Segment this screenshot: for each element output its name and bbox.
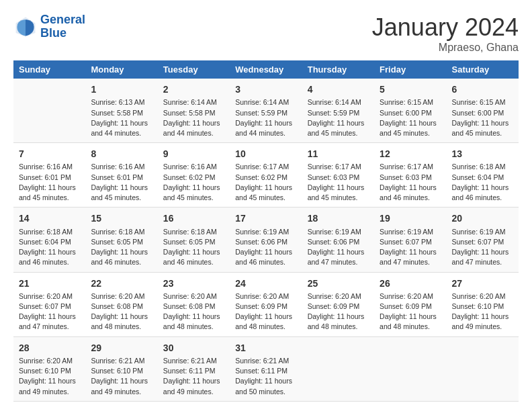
day-number: 19 (380, 212, 441, 225)
day-info: Sunrise: 6:17 AM Sunset: 6:03 PM Dayligh… (380, 162, 441, 203)
day-number: 13 (452, 147, 513, 161)
page-header: General Blue January 2024 Mpraeso, Ghana (13, 13, 519, 54)
day-number: 30 (163, 341, 224, 355)
day-number: 14 (19, 212, 80, 225)
day-info: Sunrise: 6:20 AM Sunset: 6:09 PM Dayligh… (308, 291, 369, 332)
logo: General Blue (13, 13, 85, 40)
day-info: Sunrise: 6:17 AM Sunset: 6:03 PM Dayligh… (308, 162, 369, 203)
weekday-header-tuesday: Tuesday (158, 60, 230, 79)
day-info: Sunrise: 6:20 AM Sunset: 6:08 PM Dayligh… (163, 291, 224, 332)
day-info: Sunrise: 6:19 AM Sunset: 6:06 PM Dayligh… (235, 227, 296, 268)
logo-icon (13, 15, 38, 39)
weekday-header-thursday: Thursday (302, 60, 374, 79)
calendar-cell: 16Sunrise: 6:18 AM Sunset: 6:05 PM Dayli… (158, 208, 230, 272)
day-info: Sunrise: 6:21 AM Sunset: 6:11 PM Dayligh… (163, 356, 224, 397)
calendar-cell (302, 336, 374, 401)
day-number: 15 (91, 212, 152, 225)
calendar-cell: 17Sunrise: 6:19 AM Sunset: 6:06 PM Dayli… (230, 208, 302, 272)
day-number: 6 (452, 83, 513, 96)
day-info: Sunrise: 6:18 AM Sunset: 6:05 PM Dayligh… (91, 227, 152, 268)
day-info: Sunrise: 6:20 AM Sunset: 6:09 PM Dayligh… (380, 291, 441, 332)
calendar-cell (13, 79, 85, 143)
day-info: Sunrise: 6:21 AM Sunset: 6:11 PM Dayligh… (235, 356, 296, 397)
month-title: January 2024 (372, 13, 519, 42)
day-number: 28 (19, 341, 80, 355)
calendar-cell: 8Sunrise: 6:16 AM Sunset: 6:01 PM Daylig… (85, 143, 157, 208)
day-info: Sunrise: 6:20 AM Sunset: 6:10 PM Dayligh… (452, 291, 513, 332)
day-number: 7 (19, 147, 80, 161)
calendar-cell: 14Sunrise: 6:18 AM Sunset: 6:04 PM Dayli… (13, 208, 85, 272)
weekday-header-monday: Monday (85, 60, 157, 79)
title-area: January 2024 Mpraeso, Ghana (372, 13, 519, 54)
day-number: 17 (235, 212, 296, 225)
week-row-1: 1Sunrise: 6:13 AM Sunset: 5:58 PM Daylig… (13, 79, 519, 143)
day-info: Sunrise: 6:20 AM Sunset: 6:10 PM Dayligh… (19, 356, 80, 397)
calendar-cell: 19Sunrise: 6:19 AM Sunset: 6:07 PM Dayli… (374, 208, 446, 272)
logo-blue-text: Blue (40, 26, 66, 40)
day-info: Sunrise: 6:20 AM Sunset: 6:08 PM Dayligh… (91, 291, 152, 332)
day-info: Sunrise: 6:18 AM Sunset: 6:04 PM Dayligh… (452, 162, 513, 203)
week-row-3: 14Sunrise: 6:18 AM Sunset: 6:04 PM Dayli… (13, 208, 519, 272)
day-info: Sunrise: 6:18 AM Sunset: 6:04 PM Dayligh… (19, 227, 80, 268)
day-number: 31 (235, 341, 296, 355)
calendar-cell: 9Sunrise: 6:16 AM Sunset: 6:02 PM Daylig… (158, 143, 230, 208)
calendar-cell: 18Sunrise: 6:19 AM Sunset: 6:06 PM Dayli… (302, 208, 374, 272)
day-info: Sunrise: 6:16 AM Sunset: 6:02 PM Dayligh… (163, 162, 224, 203)
calendar-cell: 21Sunrise: 6:20 AM Sunset: 6:07 PM Dayli… (13, 272, 85, 336)
calendar-cell: 11Sunrise: 6:17 AM Sunset: 6:03 PM Dayli… (302, 143, 374, 208)
day-info: Sunrise: 6:14 AM Sunset: 5:58 PM Dayligh… (163, 97, 224, 138)
calendar-cell: 29Sunrise: 6:21 AM Sunset: 6:10 PM Dayli… (85, 336, 157, 401)
calendar-cell: 12Sunrise: 6:17 AM Sunset: 6:03 PM Dayli… (374, 143, 446, 208)
day-info: Sunrise: 6:16 AM Sunset: 6:01 PM Dayligh… (91, 162, 152, 203)
day-number: 12 (380, 147, 441, 161)
logo-text: General Blue (40, 13, 85, 40)
day-number: 9 (163, 147, 224, 161)
day-number: 29 (91, 341, 152, 355)
day-info: Sunrise: 6:20 AM Sunset: 6:09 PM Dayligh… (235, 291, 296, 332)
calendar-cell: 2Sunrise: 6:14 AM Sunset: 5:58 PM Daylig… (158, 79, 230, 143)
calendar-cell: 28Sunrise: 6:20 AM Sunset: 6:10 PM Dayli… (13, 336, 85, 401)
calendar-cell: 23Sunrise: 6:20 AM Sunset: 6:08 PM Dayli… (158, 272, 230, 336)
calendar-cell: 13Sunrise: 6:18 AM Sunset: 6:04 PM Dayli… (447, 143, 519, 208)
day-number: 11 (308, 147, 369, 161)
calendar-cell: 15Sunrise: 6:18 AM Sunset: 6:05 PM Dayli… (85, 208, 157, 272)
day-number: 20 (452, 212, 513, 225)
day-number: 8 (91, 147, 152, 161)
day-number: 23 (163, 277, 224, 290)
day-number: 16 (163, 212, 224, 225)
day-number: 22 (91, 277, 152, 290)
logo-general: General (40, 13, 85, 26)
day-number: 1 (91, 83, 152, 96)
day-number: 21 (19, 277, 80, 290)
location: Mpraeso, Ghana (372, 42, 519, 54)
day-info: Sunrise: 6:17 AM Sunset: 6:02 PM Dayligh… (235, 162, 296, 203)
week-row-4: 21Sunrise: 6:20 AM Sunset: 6:07 PM Dayli… (13, 272, 519, 336)
day-number: 3 (235, 83, 296, 96)
calendar-cell: 7Sunrise: 6:16 AM Sunset: 6:01 PM Daylig… (13, 143, 85, 208)
day-number: 4 (308, 83, 369, 96)
day-number: 27 (452, 277, 513, 290)
calendar-cell: 3Sunrise: 6:14 AM Sunset: 5:59 PM Daylig… (230, 79, 302, 143)
week-row-5: 28Sunrise: 6:20 AM Sunset: 6:10 PM Dayli… (13, 336, 519, 401)
calendar-cell: 30Sunrise: 6:21 AM Sunset: 6:11 PM Dayli… (158, 336, 230, 401)
day-info: Sunrise: 6:15 AM Sunset: 6:00 PM Dayligh… (380, 97, 441, 138)
day-number: 26 (380, 277, 441, 290)
calendar-cell: 5Sunrise: 6:15 AM Sunset: 6:00 PM Daylig… (374, 79, 446, 143)
weekday-header-saturday: Saturday (447, 60, 519, 79)
calendar-table: SundayMondayTuesdayWednesdayThursdayFrid… (13, 60, 519, 402)
calendar-cell: 6Sunrise: 6:15 AM Sunset: 6:00 PM Daylig… (447, 79, 519, 143)
calendar-cell: 20Sunrise: 6:19 AM Sunset: 6:07 PM Dayli… (447, 208, 519, 272)
day-number: 10 (235, 147, 296, 161)
day-info: Sunrise: 6:18 AM Sunset: 6:05 PM Dayligh… (163, 227, 224, 268)
calendar-cell (447, 336, 519, 401)
calendar-cell: 25Sunrise: 6:20 AM Sunset: 6:09 PM Dayli… (302, 272, 374, 336)
day-number: 25 (308, 277, 369, 290)
day-info: Sunrise: 6:21 AM Sunset: 6:10 PM Dayligh… (91, 356, 152, 397)
day-info: Sunrise: 6:16 AM Sunset: 6:01 PM Dayligh… (19, 162, 80, 203)
calendar-cell: 4Sunrise: 6:14 AM Sunset: 5:59 PM Daylig… (302, 79, 374, 143)
day-info: Sunrise: 6:19 AM Sunset: 6:06 PM Dayligh… (308, 227, 369, 268)
weekday-header-row: SundayMondayTuesdayWednesdayThursdayFrid… (13, 60, 519, 79)
calendar-cell: 31Sunrise: 6:21 AM Sunset: 6:11 PM Dayli… (230, 336, 302, 401)
weekday-header-wednesday: Wednesday (230, 60, 302, 79)
day-number: 2 (163, 83, 224, 96)
